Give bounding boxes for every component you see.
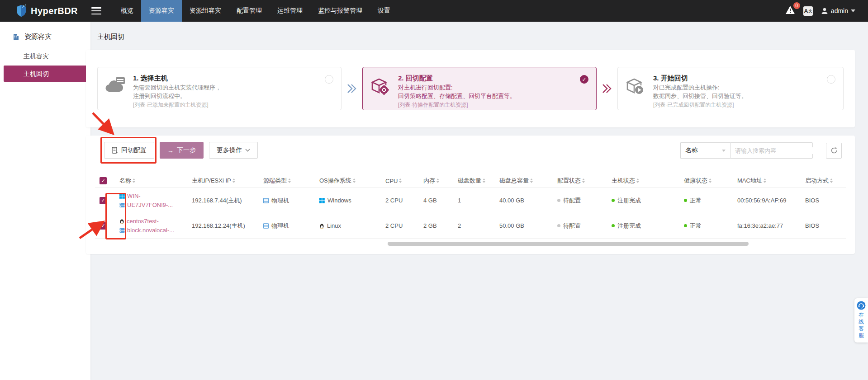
col-health-status: 健康状态 [684, 177, 707, 185]
brand-name: HyperBDR [31, 6, 78, 16]
linux-icon [119, 219, 124, 224]
step2-note: [列表-待操作配置的主机资源] [398, 101, 516, 109]
status-dot-green [684, 224, 687, 227]
nav-item-settings[interactable]: 设置 [370, 0, 398, 22]
row-checkbox[interactable]: ✓ [100, 222, 107, 230]
sort-icon[interactable] [830, 178, 833, 183]
step-card-select-host[interactable]: 1. 选择主机 为需要回切的主机安装代理程序， 注册到回切流程中。 [列表-已添… [97, 67, 342, 110]
col-os: OS操作系统 [319, 177, 351, 185]
brand-logo[interactable]: HyperBDR [0, 5, 87, 17]
host-name-link[interactable]: WIN- [127, 192, 141, 199]
search-box [730, 142, 813, 159]
next-step-label: 下一步 [177, 146, 196, 155]
memory: 2 GB [423, 222, 437, 229]
sort-icon[interactable] [288, 178, 291, 183]
sort-icon[interactable] [582, 178, 585, 183]
step1-desc-line2: 注册到回切流程中。 [133, 92, 221, 100]
table-row-centos-host[interactable]: ✓ centos7test- [95, 213, 846, 239]
host-rack-icon [119, 228, 125, 233]
top-navbar: HyperBDR 概览 资源容灾 资源组容灾 配置管理 运维管理 监控与报警管理… [0, 0, 868, 22]
col-config-status: 配置状态 [557, 177, 581, 185]
step1-status-circle [325, 75, 333, 84]
col-boot-mode: 启动方式 [805, 177, 829, 185]
step3-status-circle [827, 75, 835, 84]
physical-machine-icon [263, 198, 269, 203]
sort-icon[interactable] [399, 178, 402, 183]
windows-icon [119, 193, 125, 199]
double-chevron-icon [601, 83, 613, 94]
sort-icon[interactable] [436, 178, 439, 183]
source-type: 物理机 [271, 222, 289, 230]
sort-icon[interactable] [530, 178, 533, 183]
host-rack-icon [119, 202, 125, 208]
status-dot-green [684, 199, 687, 202]
step2-status-circle-checked: ✓ [580, 75, 588, 84]
main-nav: 概览 资源容灾 资源组容灾 配置管理 运维管理 监控与报警管理 设置 [113, 0, 398, 22]
nav-item-overview[interactable]: 概览 [113, 0, 141, 22]
next-step-button[interactable]: → 下一步 [160, 142, 204, 159]
sort-icon[interactable] [353, 178, 356, 183]
config-status: 待配置 [563, 222, 581, 230]
sidebar-item-host-dr[interactable]: 主机容灾 [0, 47, 90, 65]
more-actions-label: 更多操作 [217, 146, 242, 155]
alert-count-badge: 0 [793, 2, 800, 9]
physical-machine-icon [263, 223, 269, 229]
sidebar-item-host-failback[interactable]: 主机回切 [4, 66, 87, 82]
host-name-link[interactable]: centos7test- [127, 218, 159, 225]
select-all-checkbox[interactable]: ✓ [100, 177, 107, 184]
col-disk-count: 磁盘数量 [458, 177, 481, 185]
disk-total: 40.00 GB [499, 197, 524, 204]
filter-field-select[interactable]: 名称 [680, 142, 730, 159]
box-play-icon [625, 76, 645, 95]
search-input[interactable] [735, 147, 815, 154]
nav-item-config-mgmt[interactable]: 配置管理 [229, 0, 270, 22]
host-name-link2[interactable]: UE7JV7FONI9-... [127, 202, 173, 208]
step-card-failback-config[interactable]: 2. 回切配置 对主机进行回切配置: 回切策略配置、存储配置、回切平台配置等。 … [362, 67, 597, 110]
table-row-win-host[interactable]: ✓ WIN- UE7JV7FONI9-... 192.1 [95, 188, 846, 213]
language-switch-icon[interactable]: A文 [803, 6, 813, 16]
building-icon [12, 33, 20, 41]
host-name-link2[interactable]: block.novalocal-... [127, 227, 174, 234]
sort-icon[interactable] [709, 178, 711, 183]
steps-panel: 1. 选择主机 为需要回切的主机安装代理程序， 注册到回切流程中。 [列表-已添… [86, 50, 855, 127]
alert-button[interactable]: 0 [785, 5, 795, 16]
step-card-start-failback[interactable]: 3. 开始回切 对已完成配置的主机操作: 数据同步、回切接管、回切验证等。 [列… [617, 67, 844, 110]
refresh-button[interactable] [826, 143, 842, 159]
box-gear-icon [370, 76, 390, 95]
step3-desc-line2: 数据同步、回切接管、回切验证等。 [653, 92, 747, 100]
nav-item-ops-mgmt[interactable]: 运维管理 [270, 0, 310, 22]
failback-config-button[interactable]: 回切配置 [104, 142, 154, 159]
nav-item-resource-dr[interactable]: 资源容灾 [141, 0, 182, 22]
col-cpu: CPU [385, 178, 398, 184]
row-checkbox[interactable]: ✓ [100, 197, 107, 204]
nav-item-resource-group-dr[interactable]: 资源组容灾 [182, 0, 229, 22]
host-ip: 192.168.7.44(主机) [192, 197, 242, 204]
sort-icon[interactable] [133, 178, 135, 183]
online-service-widget[interactable]: 在线客服 [854, 298, 868, 342]
sidebar-section-label: 资源容灾 [24, 33, 52, 41]
arrow-right-icon: → [167, 147, 174, 154]
config-doc-icon [112, 147, 118, 154]
shield-logo-icon [15, 5, 27, 17]
page-title: 主机回切 [97, 33, 124, 41]
user-menu[interactable]: admin [821, 7, 855, 14]
source-type: 物理机 [271, 197, 289, 205]
sort-icon[interactable] [232, 178, 235, 183]
nav-item-monitor-alarm[interactable]: 监控与报警管理 [310, 0, 370, 22]
sort-icon[interactable] [636, 178, 639, 183]
os-name: Windows [327, 197, 351, 204]
horizontal-scrollbar[interactable] [388, 242, 749, 246]
user-caret-icon [851, 9, 855, 12]
windows-icon [319, 198, 325, 203]
username: admin [831, 7, 848, 14]
config-status: 待配置 [563, 197, 581, 205]
sort-icon[interactable] [483, 178, 485, 183]
menu-toggle-icon[interactable] [91, 7, 101, 14]
more-actions-button[interactable]: 更多操作 [209, 142, 258, 159]
online-service-label: 在线客服 [858, 312, 864, 339]
step1-note: [列表-已添加未配置的主机资源] [133, 101, 221, 109]
sort-icon[interactable] [764, 178, 766, 183]
user-icon [821, 7, 828, 14]
host-table-panel: 回切配置 → 下一步 更多操作 名称 [86, 136, 855, 254]
col-ip: 主机IP/ESXi IP [192, 177, 231, 185]
